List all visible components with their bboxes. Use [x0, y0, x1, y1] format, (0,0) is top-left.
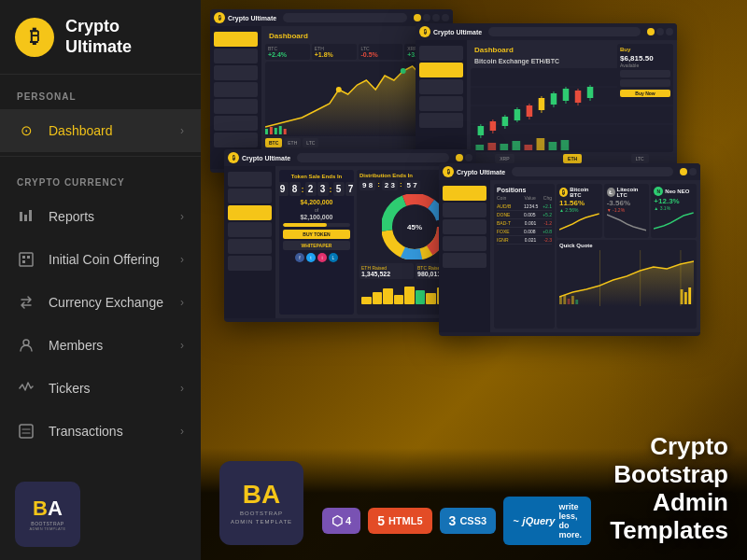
- token-of: of: [283, 207, 350, 213]
- sidebar-item-transactions[interactable]: Transactions ›: [0, 410, 201, 453]
- bootstrap-badge-sidebar: BA BOOTSTRAP ADMIN TEMPLATE: [0, 469, 201, 560]
- svg-rect-34: [563, 89, 570, 101]
- available-label: Available: [620, 63, 670, 68]
- sidebar-item-exchange[interactable]: Currency Exchange ›: [0, 281, 201, 324]
- neo-title: Neo NEO: [665, 189, 689, 194]
- mini-2-item-4: [419, 113, 463, 128]
- sidebar-item-dashboard[interactable]: ⊙ Dashboard ›: [0, 109, 201, 152]
- chg-2: +5.2: [543, 212, 552, 217]
- svg-rect-3: [20, 253, 33, 266]
- bar-3: [383, 288, 393, 304]
- input-mock-1: [620, 70, 670, 77]
- sidebar-item-tickers[interactable]: Tickers ›: [0, 367, 201, 410]
- sidebar-item-reports[interactable]: Reports ›: [0, 195, 201, 238]
- dashboard-arrow: ›: [180, 124, 184, 137]
- main-content: ₿ Crypto Ultimate: [201, 0, 747, 560]
- neo-card-header: N Neo NEO: [654, 187, 694, 196]
- bar-1: [361, 297, 372, 304]
- mini-3-active: [228, 205, 272, 220]
- btc-mini-chart: [559, 213, 599, 231]
- positions-panel: Positions Coin Value Chg AUD/B 1234.5 +2…: [494, 184, 555, 329]
- cd-8: 8: [289, 182, 301, 196]
- cd-num-9: 9: [279, 184, 287, 194]
- fb-icon: f: [295, 253, 304, 262]
- li-icon: L: [329, 253, 338, 262]
- svg-rect-63: [688, 287, 691, 304]
- exchange-arrow: ›: [180, 296, 184, 309]
- nav-icon-2b: [666, 28, 673, 35]
- neo-mini-chart: [654, 211, 694, 230]
- cd-7: 7: [345, 182, 357, 196]
- sidebar-item-members[interactable]: Members ›: [0, 324, 201, 367]
- nav-icon-search: [414, 14, 421, 21]
- token-goal: $2,100,000: [283, 214, 350, 220]
- coin-4: FOXE: [497, 229, 522, 234]
- mini-4-1: [443, 203, 486, 217]
- pos-row-5: IGNR 0.021 -2.3: [497, 236, 552, 245]
- d-colon-1: :: [377, 180, 380, 190]
- reports-arrow: ›: [180, 210, 184, 223]
- countdown-display: 9 8 : 2 3: [283, 182, 350, 196]
- sidebar-logo: ₿ Crypto Ultimate: [0, 0, 201, 75]
- ltc-card-header: Ł Litecoin LTC: [607, 187, 647, 198]
- quick-quote-chart: [559, 250, 694, 306]
- svg-rect-20: [478, 126, 485, 135]
- mini-sidebar-3: [224, 166, 275, 318]
- nav-icons-2: [647, 28, 673, 35]
- svg-rect-45: [549, 142, 557, 150]
- coin-5: IGNR: [497, 237, 523, 243]
- eth-tab: ETH: [284, 138, 301, 147]
- quick-quote-title: Quick Quote: [559, 243, 694, 248]
- d-9: 9 8: [359, 180, 375, 190]
- svg-rect-61: [681, 289, 684, 304]
- svg-rect-22: [490, 121, 497, 131]
- svg-rect-32: [551, 93, 557, 105]
- svg-rect-44: [537, 138, 545, 150]
- token-sale-label: Token Sale Ends In: [283, 174, 350, 179]
- chg-1: +2.1: [543, 203, 552, 209]
- svg-rect-43: [525, 145, 533, 150]
- neo-card: N Neo NEO +12.3% ▲ 3.1%: [651, 184, 697, 238]
- progress-bar: [283, 223, 350, 227]
- nav-icon-4a: [689, 168, 697, 175]
- svg-rect-15: [284, 129, 287, 134]
- ltc-card: Ł Litecoin LTC -3.56% ▼ -1.2%: [604, 184, 650, 238]
- mini-4-3: [443, 236, 486, 251]
- nav-icon-1: [423, 14, 430, 21]
- mini-4-4: [443, 253, 486, 268]
- tickers-icon: [17, 379, 35, 398]
- buy-token-btn: BUY TOKEN: [283, 230, 350, 239]
- jquery-label: jQuery: [523, 515, 556, 526]
- neo-circle: N: [654, 187, 663, 196]
- ltc-tab: LTC: [303, 138, 318, 147]
- chg-4: +0.8: [543, 229, 552, 234]
- css3-badge: 3 CSS3: [440, 508, 497, 534]
- d-57: 5 7: [404, 180, 420, 190]
- ltc-mini-chart: [607, 213, 647, 231]
- svg-rect-2: [29, 210, 32, 221]
- sidebar-item-label: Dashboard: [49, 123, 180, 138]
- coin-3: BAD-T: [497, 220, 523, 226]
- val-3: 0.001: [525, 220, 543, 226]
- cd-num-2: 2: [307, 184, 315, 194]
- btc-price: 11.56%: [559, 199, 599, 207]
- nav-search-3: [297, 153, 449, 162]
- promo-line-1: Crypto Bootstrap: [613, 432, 728, 488]
- transactions-icon: [17, 422, 35, 441]
- svg-rect-5: [27, 256, 30, 259]
- token-amount: $4,200,000: [283, 199, 350, 205]
- css3-label: CSS3: [459, 515, 486, 526]
- nav-icons-1: [414, 14, 449, 21]
- mini-3-1: [228, 172, 272, 187]
- sidebar-item-ico[interactable]: Initial Coin Offering ›: [0, 238, 201, 281]
- svg-rect-38: [587, 87, 594, 98]
- admin-template-sub: ADMIN TEMPLATE: [231, 519, 292, 525]
- buy-panel: Buy $6,815.50 Available Buy Now: [617, 44, 673, 100]
- pos-row-4: FOXE 0.008 +0.8: [497, 228, 552, 236]
- mini-sidebar-item-1: [214, 49, 258, 63]
- chg-5: -2.3: [543, 237, 552, 243]
- xrp-tab: XRP: [495, 154, 514, 163]
- mini-sidebar-1: [210, 26, 261, 169]
- badge-letters: BA: [33, 498, 63, 519]
- mini-2-item-2: [419, 79, 463, 94]
